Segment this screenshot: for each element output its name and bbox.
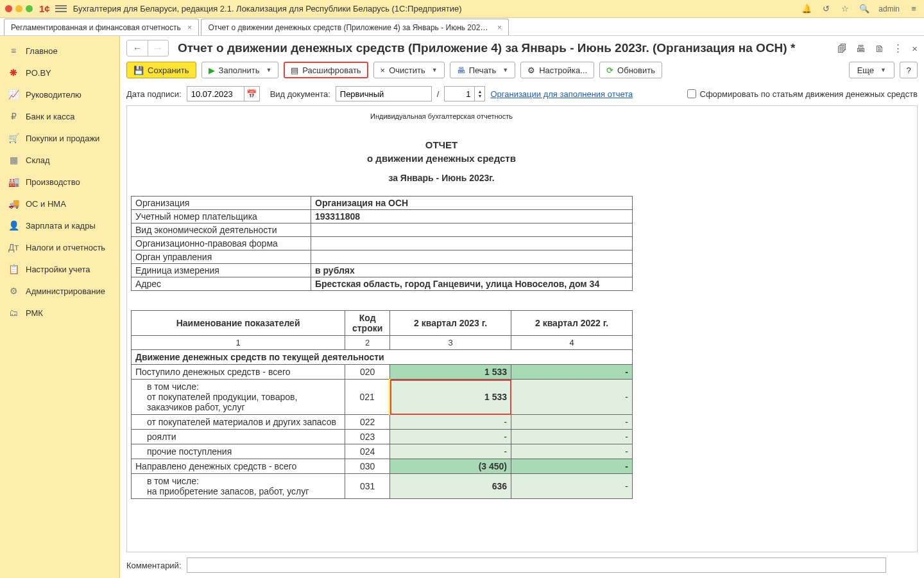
sidebar-icon: 🛒 — [6, 132, 21, 144]
params-row: Дата подписи: 📅 Вид документа: / ▲▼ Орга… — [120, 83, 924, 105]
organizations-link[interactable]: Организации для заполнения отчета — [490, 89, 633, 99]
tab-regulated-reporting[interactable]: Регламентированная и финансовая отчетнос… — [4, 19, 199, 35]
sidebar-item-10[interactable]: 📋Настройки учета — [0, 258, 119, 280]
row-value-current[interactable]: - — [390, 430, 511, 444]
print-icon[interactable]: 🖶 — [856, 43, 866, 54]
row-value-current[interactable]: 636 — [390, 474, 511, 499]
sidebar-item-3[interactable]: ₽Банк и касса — [0, 105, 119, 127]
number-input[interactable] — [444, 86, 475, 101]
row-value-prev[interactable]: - — [511, 430, 633, 444]
row-value-prev[interactable]: - — [511, 474, 633, 499]
info-value[interactable] — [311, 223, 633, 237]
fill-button[interactable]: ▶Заполнить▼ — [201, 62, 279, 78]
sidebar-item-1[interactable]: ❋PO.BY — [0, 62, 119, 83]
help-button[interactable]: ? — [900, 62, 918, 78]
calendar-button[interactable]: 📅 — [244, 86, 260, 101]
close-icon[interactable]: × — [187, 22, 193, 32]
row-code: 030 — [345, 459, 390, 474]
info-value[interactable]: в рублях — [311, 264, 633, 277]
row-name: в том числе: на приобретение запасов, ра… — [132, 474, 345, 499]
report-area[interactable]: Индивидуальная бухгалтерская отчетность … — [126, 105, 918, 552]
clear-button[interactable]: ×Очистить▼ — [373, 62, 445, 78]
search-icon[interactable]: 🔍 — [859, 4, 869, 14]
settings-icon[interactable]: ≡ — [909, 4, 919, 14]
refresh-button[interactable]: ⟳Обновить — [599, 62, 662, 78]
info-value[interactable] — [311, 250, 633, 264]
refresh-icon: ⟳ — [606, 66, 613, 75]
info-value[interactable] — [311, 237, 633, 250]
menu-icon[interactable] — [55, 4, 67, 13]
info-value[interactable]: Брестская область, город Ганцевичи, улиц… — [311, 277, 633, 291]
info-value[interactable]: 193311808 — [311, 210, 633, 223]
row-value-prev[interactable]: - — [511, 415, 633, 430]
number-spinner[interactable]: ▲▼ — [475, 86, 485, 101]
doctype-select[interactable] — [336, 86, 432, 101]
row-code: 031 — [345, 474, 390, 499]
toolbar: 💾Сохранить ▶Заполнить▼ ▤Расшифровать ×Оч… — [120, 60, 924, 83]
button-label: Обновить — [617, 66, 655, 75]
sidebar-item-11[interactable]: ⚙Администрирование — [0, 280, 119, 302]
checkbox-input[interactable] — [687, 89, 696, 98]
sidebar-icon: 📋 — [6, 263, 21, 275]
row-value-prev[interactable]: - — [511, 444, 633, 459]
user-name[interactable]: admin — [878, 4, 900, 13]
row-value-current[interactable]: - — [390, 415, 511, 430]
bell-icon[interactable]: 🔔 — [801, 4, 812, 14]
decode-button[interactable]: ▤Расшифровать — [284, 62, 368, 78]
row-value-current[interactable]: 1 533 — [390, 380, 511, 415]
sidebar-item-6[interactable]: 🏭Производство — [0, 171, 119, 193]
report-icon[interactable]: 🗎 — [875, 43, 884, 54]
sidebar-item-4[interactable]: 🛒Покупки и продажи — [0, 127, 119, 149]
row-value-prev[interactable]: - — [511, 365, 633, 380]
button-label: Печать — [469, 66, 497, 75]
sidebar-icon: 🚚 — [6, 198, 21, 209]
report-period: за Январь - Июнь 2023г. — [131, 173, 752, 183]
forward-button[interactable]: → — [148, 40, 168, 56]
tab-cashflow-report[interactable]: Отчет о движении денежных средств (Прило… — [201, 19, 509, 35]
kebab-icon[interactable]: ⋮ — [893, 42, 903, 54]
sidebar-item-0[interactable]: ≡Главное — [0, 40, 119, 62]
sidebar-icon: ₽ — [6, 110, 21, 122]
comment-label: Комментарий: — [126, 561, 182, 570]
history-icon[interactable]: ↺ — [821, 4, 831, 14]
close-window-icon[interactable] — [5, 5, 12, 12]
info-label: Организация — [132, 197, 311, 210]
print-button[interactable]: 🖶Печать▼ — [450, 62, 516, 78]
row-value-prev[interactable]: - — [511, 380, 633, 415]
close-panel-icon[interactable]: × — [912, 43, 918, 54]
sidebar-icon: Дт — [6, 241, 21, 253]
sidebar-label: Банк и касса — [26, 112, 75, 121]
row-value-current[interactable]: (3 450) — [390, 459, 511, 474]
minimize-window-icon[interactable] — [15, 5, 22, 12]
sidebar-icon: ⚙ — [6, 285, 21, 297]
row-value-current[interactable]: - — [390, 444, 511, 459]
row-name: в том числе: от покупателей продукции, т… — [132, 380, 345, 415]
table-header: Наименование показателей — [132, 311, 345, 336]
date-input[interactable] — [187, 86, 244, 101]
row-value-current[interactable]: 1 533 — [390, 365, 511, 380]
sidebar-item-12[interactable]: 🗂РМК — [0, 302, 119, 324]
sidebar-item-7[interactable]: 🚚ОС и НМА — [0, 193, 119, 215]
sidebar-item-2[interactable]: 📈Руководителю — [0, 83, 119, 105]
maximize-window-icon[interactable] — [26, 5, 33, 12]
button-label: ? — [906, 66, 911, 75]
info-value[interactable]: Организация на ОСН — [311, 197, 633, 210]
comment-input[interactable] — [187, 557, 886, 573]
sidebar-item-9[interactable]: ДтНалоги и отчетность — [0, 236, 119, 258]
info-table: ОрганизацияОрганизация на ОСНУчетный ном… — [131, 196, 633, 291]
window-controls — [5, 5, 33, 12]
column-number: 4 — [511, 336, 633, 350]
page-title: Отчет о движении денежных средств (Прило… — [178, 41, 795, 55]
sidebar-item-5[interactable]: ▦Склад — [0, 149, 119, 171]
more-button[interactable]: Еще▼ — [849, 62, 894, 78]
settings-button[interactable]: ⚙Настройка... — [520, 62, 594, 78]
form-by-articles-checkbox[interactable]: Сформировать по статьям движения денежны… — [687, 89, 918, 99]
close-icon[interactable]: × — [497, 22, 502, 32]
row-name: Направлено денежных средств - всего — [132, 459, 345, 474]
back-button[interactable]: ← — [127, 40, 148, 56]
star-icon[interactable]: ☆ — [840, 4, 850, 14]
row-value-prev[interactable]: - — [511, 459, 633, 474]
save-button[interactable]: 💾Сохранить — [126, 62, 196, 78]
sidebar-item-8[interactable]: 👤Зарплата и кадры — [0, 215, 119, 236]
attach-icon[interactable]: 🗐 — [837, 43, 847, 54]
